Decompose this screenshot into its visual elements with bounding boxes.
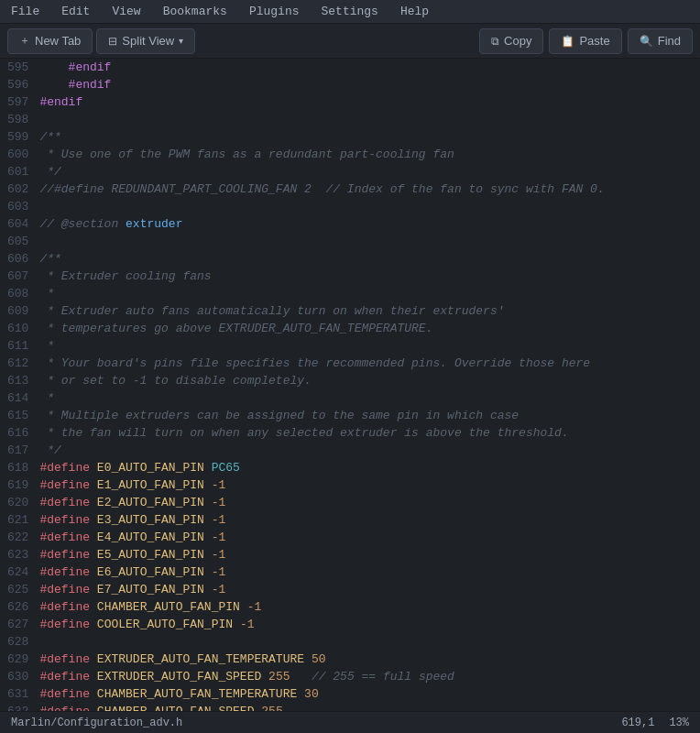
cursor-position: 619,1 <box>621 717 654 729</box>
line-number: 627 <box>7 616 28 633</box>
statusbar: Marlin/Configuration_adv.h 619,1 13% <box>0 711 700 733</box>
table-row: #define E2_AUTO_FAN_PIN -1 <box>39 494 691 511</box>
table-row: #define CHAMBER_AUTO_FAN_TEMPERATURE 30 <box>39 685 691 703</box>
menu-plugins[interactable]: Plugins <box>246 3 303 20</box>
paste-button[interactable]: 📋 Paste <box>549 28 621 54</box>
table-row: //#define REDUNDANT_PART_COOLING_FAN 2 /… <box>39 181 691 198</box>
line-number: 614 <box>7 389 28 407</box>
line-number: 601 <box>7 163 28 181</box>
statusbar-right: 619,1 13% <box>621 717 689 729</box>
paste-label: Paste <box>579 34 609 48</box>
line-number: 622 <box>7 529 28 546</box>
line-number: 616 <box>7 424 28 442</box>
line-number: 619 <box>7 476 28 494</box>
table-row: /** <box>39 128 691 146</box>
menu-edit[interactable]: Edit <box>58 3 93 20</box>
table-row: * <box>39 337 691 355</box>
line-number: 625 <box>7 581 28 598</box>
table-row: * Extruder cooling fans <box>39 268 691 285</box>
menu-settings[interactable]: Settings <box>317 3 381 20</box>
new-tab-button[interactable]: ＋ New Tab <box>7 28 93 54</box>
toolbar: ＋ New Tab ⊟ Split View ▾ ⧉ Copy 📋 Paste … <box>0 24 700 59</box>
line-number: 613 <box>7 372 28 389</box>
menubar: File Edit View Bookmarks Plugins Setting… <box>0 0 700 24</box>
table-row: #define E4_AUTO_FAN_PIN -1 <box>39 529 691 546</box>
table-row: #define COOLER_AUTO_FAN_PIN -1 <box>39 616 691 633</box>
table-row: #define E1_AUTO_FAN_PIN -1 <box>39 476 691 494</box>
scrollbar-track[interactable] <box>691 59 700 711</box>
new-tab-icon: ＋ <box>19 33 30 49</box>
line-number: 599 <box>7 128 28 146</box>
table-row: #define E6_AUTO_FAN_PIN -1 <box>39 563 691 581</box>
line-number: 605 <box>7 233 28 250</box>
table-row: * Extruder auto fans automatically turn … <box>39 302 691 320</box>
table-row: * <box>39 285 691 302</box>
table-row: #define CHAMBER_AUTO_FAN_PIN -1 <box>39 598 691 616</box>
line-number: 610 <box>7 320 28 337</box>
table-row: #endif <box>39 93 691 111</box>
copy-label: Copy <box>504 34 531 48</box>
find-button[interactable]: 🔍 Find <box>628 28 693 54</box>
table-row: #define EXTRUDER_AUTO_FAN_TEMPERATURE 50 <box>39 651 691 668</box>
split-view-chevron-icon: ▾ <box>179 36 183 46</box>
table-row: */ <box>39 442 691 459</box>
menu-view[interactable]: View <box>108 3 144 20</box>
line-number: 602 <box>7 181 28 198</box>
menu-help[interactable]: Help <box>397 3 432 20</box>
line-number: 600 <box>7 146 28 163</box>
line-numbers: 5955965975985996006016026036046056066076… <box>0 59 36 711</box>
menu-bookmarks[interactable]: Bookmarks <box>159 3 231 20</box>
table-row: #define EXTRUDER_AUTO_FAN_SPEED 255 // 2… <box>39 668 691 685</box>
table-row: * Your board's pins file specifies the r… <box>39 355 691 372</box>
table-row: #define E7_AUTO_FAN_PIN -1 <box>39 581 691 598</box>
line-number: 630 <box>7 668 28 685</box>
line-number: 609 <box>7 302 28 320</box>
copy-icon: ⧉ <box>491 35 499 48</box>
menu-file[interactable]: File <box>7 3 43 20</box>
split-view-label: Split View <box>122 34 174 48</box>
line-number: 621 <box>7 511 28 529</box>
line-number: 595 <box>7 59 28 76</box>
table-row: #endif <box>39 76 691 93</box>
table-row <box>39 233 691 250</box>
line-number: 631 <box>7 685 28 703</box>
split-view-button[interactable]: ⊟ Split View ▾ <box>96 28 195 54</box>
split-view-icon: ⊟ <box>108 35 117 48</box>
zoom-level: 13% <box>669 717 689 729</box>
line-number: 617 <box>7 442 28 459</box>
code-lines: #endif #endif#endif /** * Use one of the… <box>36 59 691 711</box>
find-icon: 🔍 <box>640 35 653 48</box>
table-row <box>39 198 691 215</box>
table-row: * Multiple extruders can be assigned to … <box>39 407 691 424</box>
editor-container: 5955965975985996006016026036046056066076… <box>0 59 700 711</box>
table-row: */ <box>39 163 691 181</box>
copy-button[interactable]: ⧉ Copy <box>479 28 543 54</box>
new-tab-label: New Tab <box>35 34 81 48</box>
line-number: 620 <box>7 494 28 511</box>
table-row: #define CHAMBER_AUTO_FAN_SPEED 255 <box>39 703 691 711</box>
line-number: 606 <box>7 250 28 268</box>
line-number: 603 <box>7 198 28 215</box>
table-row <box>39 633 691 651</box>
editor-content[interactable]: 5955965975985996006016026036046056066076… <box>0 59 700 711</box>
table-row: #define E0_AUTO_FAN_PIN PC65 <box>39 459 691 476</box>
line-number: 623 <box>7 546 28 563</box>
table-row: #endif <box>39 59 691 76</box>
line-number: 608 <box>7 285 28 302</box>
table-row: * Use one of the PWM fans as a redundant… <box>39 146 691 163</box>
table-row: * the fan will turn on when any selected… <box>39 424 691 442</box>
table-row: // @section extruder <box>39 215 691 233</box>
line-number: 632 <box>7 703 28 711</box>
line-number: 611 <box>7 337 28 355</box>
line-number: 607 <box>7 268 28 285</box>
line-number: 615 <box>7 407 28 424</box>
file-path: Marlin/Configuration_adv.h <box>11 717 621 729</box>
code-area: 5955965975985996006016026036046056066076… <box>0 59 700 711</box>
toolbar-right: ⧉ Copy 📋 Paste 🔍 Find <box>479 28 693 54</box>
table-row <box>39 111 691 128</box>
line-number: 596 <box>7 76 28 93</box>
table-row: #define E5_AUTO_FAN_PIN -1 <box>39 546 691 563</box>
table-row: * temperatures go above EXTRUDER_AUTO_FA… <box>39 320 691 337</box>
paste-icon: 📋 <box>561 35 574 48</box>
line-number: 604 <box>7 215 28 233</box>
